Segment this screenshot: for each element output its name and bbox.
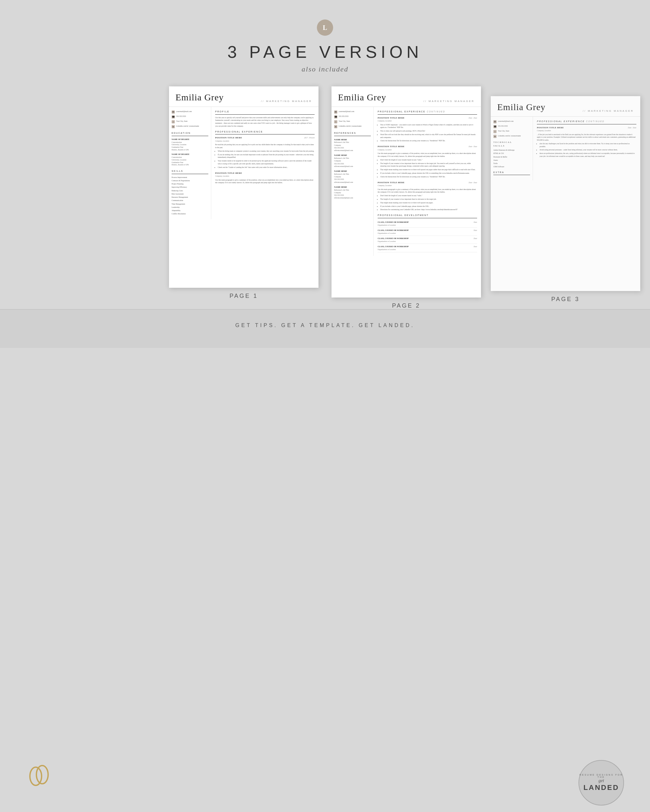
p2-job1-bullets: This is VERY important – you need to sav… xyxy=(378,124,477,143)
page2-sidebar: ✉ youremail@mail.com ☎ 555.555.5555 ⌂ Yo… xyxy=(332,107,374,256)
top-section: L 3 PAGE VERSION also included xyxy=(0,0,650,86)
p2-job2-desc: Use this main paragraph to give a summar… xyxy=(378,152,477,158)
contact-address: ⌂ Your City, State xyxy=(171,120,208,124)
degree1-name: NAME OF DEGREE xyxy=(171,138,208,141)
page3-title: MARKETING MANAGER xyxy=(583,110,634,112)
pd-item2-org: Organization or Location xyxy=(378,232,408,235)
p2-job2-b3: That might mean making your resume two o… xyxy=(380,168,477,171)
p2-job1-title: POSITION TITLE HERE xyxy=(378,116,405,119)
phone-icon: ☎ xyxy=(171,115,175,119)
page1-body: ✉ youremail@mail.com ☎ 555.555.5555 ⌂ Yo… xyxy=(169,107,318,219)
skill-11: Adaptability xyxy=(171,209,208,212)
footer: RESUME DESIGNS FOR THE get LANDED GET TI… xyxy=(0,309,650,348)
page3-label: PAGE 3 xyxy=(491,296,640,303)
pd-item1-org: Organization or Location xyxy=(378,224,408,226)
p2-job1-dates: Date - Date xyxy=(469,117,477,119)
ref1-jobtitle: Reference's Job Title xyxy=(334,141,371,143)
p2-job3: POSITION TITLE HERE Date - Date Company,… xyxy=(378,181,477,211)
p2-job2-header: POSITION TITLE HERE Date - Date xyxy=(378,145,477,148)
job1-company: Company, Location xyxy=(215,140,315,142)
page3-job1-title: POSITION TITLE HERE xyxy=(537,126,564,129)
contact-linkedin: in Linkedin.com/in/ yourusername xyxy=(171,125,208,128)
email-icon: ✉ xyxy=(171,110,175,114)
tech-skill-6: CRM Software xyxy=(493,165,530,168)
p2-job3-header: POSITION TITLE HERE Date - Date xyxy=(378,181,477,184)
p2-job1-b4: Check the Instructions file for directio… xyxy=(380,139,477,142)
page3-header: Emilia Grey MARKETING MANAGER xyxy=(491,96,640,117)
contact-phone: ☎ 555.555.5555 xyxy=(171,115,208,119)
p2-job2-bullets: Don't limit the length of your resume ba… xyxy=(378,159,477,178)
page3-job1-desc: ...if the job you held is unrelated to t… xyxy=(537,133,636,142)
profile-text: Use this area to quickly sell yourself a… xyxy=(215,116,315,128)
pd-item2-content: CLASS, COURSE OR WORKSHOP Organization o… xyxy=(378,229,408,235)
pd-item1-content: CLASS, COURSE OR WORKSHOP Organization o… xyxy=(378,221,408,226)
page3-bullet2: Avoid using personal pronouns – aside fr… xyxy=(540,148,636,151)
p2-job2-b2: The length of your resume is less import… xyxy=(380,162,477,168)
tech-skill-4: Asana xyxy=(493,159,530,162)
logo-badge: L xyxy=(317,20,333,36)
badge-landed-text: LANDED xyxy=(583,783,619,792)
degree2-school: University, Location xyxy=(171,159,208,162)
ref3-company: Company xyxy=(334,176,371,178)
ref1-company: Company xyxy=(334,144,371,147)
degree1-concentration: Concentration xyxy=(171,141,208,144)
pd-item3-org: Organization or Location xyxy=(378,240,408,243)
sub-title: also included xyxy=(0,65,650,73)
page3-behind-wrapper: Emilia Grey MARKETING MANAGER ✉ youremai… xyxy=(491,96,640,303)
job1-bullet4: Check out the "Guide to Landing the Job"… xyxy=(218,166,315,169)
skill-7: Resource Management xyxy=(171,196,208,198)
page2-wrapper: Emilia Grey MARKETING MANAGER ✉ youremai… xyxy=(332,86,481,309)
pd-item4-content: CLASS, COURSE OR WORKSHOP Organization o… xyxy=(378,245,408,251)
contact-email: ✉ youremail@mail.com xyxy=(171,110,208,114)
ref1-email: referenceemail@mail.com xyxy=(334,149,371,152)
p2-job2-b4: If you include a link to your LinkedIn p… xyxy=(380,172,477,175)
references-title: REFERENCES xyxy=(334,131,371,136)
skill-3: Project Planning xyxy=(171,183,208,185)
page3-name: Emilia Grey xyxy=(497,102,546,112)
p2-job2-b1: Don't limit the length of your resume ba… xyxy=(380,159,477,162)
pd-item4-class: CLASS, COURSE OR WORKSHOP xyxy=(378,245,408,248)
page2-header: Emilia Grey MARKETING MANAGER xyxy=(332,86,481,107)
job1-title: POSITION TITLE HERE xyxy=(215,136,242,139)
pd-item1-class: CLASS, COURSE OR WORKSHOP xyxy=(378,221,408,224)
p2-exp-title: PROFESSIONAL EXPERIENCE continued xyxy=(378,110,477,114)
p2-contact-address: ⌂ Your City, State xyxy=(334,120,371,124)
page1: Emilia Grey MARKETING MANAGER ✉ youremai… xyxy=(169,86,318,288)
page2: Emilia Grey MARKETING MANAGER ✉ youremai… xyxy=(332,86,481,298)
skill-4: Improving Efficiency xyxy=(171,186,208,188)
pd-item4-org: Organization or Location xyxy=(378,248,408,251)
ref4-jobtitle: Reference's Job Title xyxy=(334,189,371,191)
degree2-name: NAME OF DEGREE xyxy=(171,153,208,156)
p2-job3-b3: That might mean making your resume two o… xyxy=(380,201,477,204)
degree1-honors: Honors, Awards or GPA xyxy=(171,149,208,151)
p2-contact-linkedin: in Linkedin.com/in/ yourusername xyxy=(334,125,371,128)
page3-job1: POSITION TITLE HERE Date - Date Company,… xyxy=(537,126,636,158)
p2-job3-desc: Use this main paragraph to give a summar… xyxy=(378,188,477,194)
page1-sidebar: ✉ youremail@mail.com ☎ 555.555.5555 ⌂ Yo… xyxy=(169,107,211,219)
p2-location-icon: ⌂ xyxy=(334,120,337,124)
tech-skill-1: Adobe Illustrator & InDesign xyxy=(493,149,530,151)
badge-top-text: RESUME DESIGNS FOR THE xyxy=(579,774,623,778)
tech-skills-title: TECHNICALSKILLS xyxy=(493,140,530,148)
skill-6: Risk Assessment xyxy=(171,192,208,195)
education-title: EDUCATION xyxy=(171,131,208,136)
page1-name: Emilia Grey xyxy=(176,92,224,103)
phone-text: 555.555.5555 xyxy=(176,115,186,118)
job1-header: POSITION TITLE HERE 2017 - Present xyxy=(215,136,315,139)
degree2-year: Graduation Year xyxy=(171,162,208,164)
page3-bullets: also list any challenges you faced in th… xyxy=(537,142,636,158)
skill-8: Communication xyxy=(171,199,208,202)
page3-main: PROFESSIONAL EXPERIENCE continued POSITI… xyxy=(533,117,640,180)
profile-section-title: PROFILE xyxy=(215,110,315,114)
location-icon: ⌂ xyxy=(171,120,175,124)
p2-linkedin-icon: in xyxy=(334,125,337,128)
page1-header: Emilia Grey MARKETING MANAGER xyxy=(169,86,318,107)
skill-1: Process Improvement xyxy=(171,176,208,179)
main-title: 3 PAGE VERSION xyxy=(0,42,650,62)
ref3-jobtitle: Reference's Job Title xyxy=(334,173,371,176)
ref4-company: Company xyxy=(334,191,371,194)
ref4-email: referenceemail@mail.com xyxy=(334,197,371,199)
page3-sidebar: ✉ youremail@mail.com ☎ 555.555.5555 ⌂ Yo… xyxy=(491,117,533,180)
pd-item4: CLASS, COURSE OR WORKSHOP Organization o… xyxy=(378,244,477,252)
p2-job3-b2: The length of your resume is less import… xyxy=(380,198,477,201)
